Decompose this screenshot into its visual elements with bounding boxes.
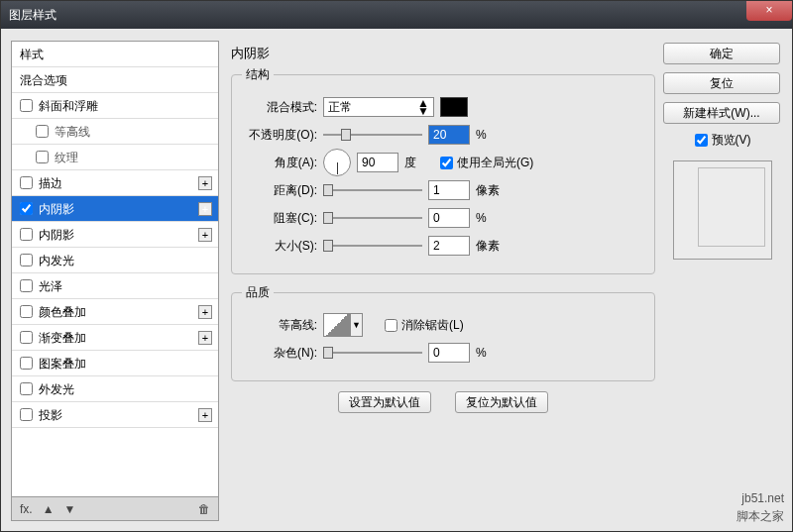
style-item[interactable]: 斜面和浮雕 <box>12 93 218 119</box>
style-item-label: 投影 <box>39 402 62 428</box>
opacity-input[interactable]: 20 <box>428 125 470 145</box>
close-button[interactable]: × <box>746 1 792 21</box>
style-item-checkbox[interactable] <box>20 305 33 318</box>
reset-default-button[interactable]: 复位为默认值 <box>455 391 548 413</box>
noise-slider[interactable] <box>323 347 422 359</box>
style-item-label: 外发光 <box>39 376 74 402</box>
contour-dropdown-icon[interactable]: ▼ <box>351 313 363 337</box>
window-title: 图层样式 <box>9 7 57 24</box>
style-item-label: 内发光 <box>39 248 74 273</box>
add-effect-icon[interactable]: + <box>198 228 212 242</box>
contour-picker[interactable] <box>323 313 351 337</box>
center-panel: 内阴影 结构 混合模式: 正常 ▲▼ 不透明度(O): 20 % <box>227 41 655 521</box>
noise-input[interactable]: 0 <box>428 343 470 363</box>
antialias-label: 消除锯齿(L) <box>401 317 464 334</box>
move-down-icon[interactable]: ▼ <box>64 502 76 516</box>
preview-input[interactable] <box>695 134 708 147</box>
move-up-icon[interactable]: ▲ <box>43 502 55 516</box>
titlebar[interactable]: 图层样式 × <box>1 1 792 29</box>
style-item-label: 等高线 <box>55 119 90 145</box>
opacity-slider[interactable] <box>323 129 422 141</box>
style-item[interactable]: 内阴影+ <box>12 196 218 222</box>
distance-unit: 像素 <box>476 182 506 199</box>
noise-label: 杂色(N): <box>242 345 317 362</box>
quality-legend: 品质 <box>242 284 274 301</box>
style-item-label: 纹理 <box>55 145 78 170</box>
style-item[interactable]: 渐变叠加+ <box>12 325 218 351</box>
style-item-checkbox[interactable] <box>36 125 49 138</box>
style-item-label: 光泽 <box>39 273 62 299</box>
distance-input[interactable]: 1 <box>428 180 470 200</box>
add-effect-icon[interactable]: + <box>198 305 212 319</box>
preview-checkbox[interactable]: 预览(V) <box>663 132 782 149</box>
style-item-checkbox[interactable] <box>20 254 33 266</box>
preview-label: 预览(V) <box>712 132 751 149</box>
add-effect-icon[interactable]: + <box>198 176 212 190</box>
style-item-checkbox[interactable] <box>20 408 33 421</box>
size-slider[interactable] <box>323 240 422 252</box>
blend-options-header[interactable]: 混合选项 <box>12 67 218 93</box>
preview-thumbnail <box>673 160 772 260</box>
style-item[interactable]: 纹理 <box>12 145 218 170</box>
choke-input[interactable]: 0 <box>428 208 470 228</box>
style-item-label: 内阴影 <box>39 222 74 248</box>
distance-slider[interactable] <box>323 184 422 196</box>
style-item-checkbox[interactable] <box>20 228 33 241</box>
distance-label: 距离(D): <box>242 182 317 199</box>
style-item[interactable]: 内发光 <box>12 248 218 273</box>
content-area: 样式 混合选项 斜面和浮雕等高线纹理描边+内阴影+内阴影+内发光光泽颜色叠加+渐… <box>1 29 792 531</box>
style-item-label: 斜面和浮雕 <box>39 93 98 119</box>
trash-icon[interactable]: 🗑 <box>198 502 210 516</box>
add-effect-icon[interactable]: + <box>198 408 212 422</box>
watermark: jb51.net 脚本之家 <box>736 489 784 525</box>
fx-icon[interactable]: fx. <box>20 502 33 516</box>
set-default-button[interactable]: 设置为默认值 <box>338 391 431 413</box>
style-item[interactable]: 图案叠加 <box>12 351 218 376</box>
watermark-line2: 脚本之家 <box>736 507 784 525</box>
style-item-label: 内阴影 <box>39 196 74 222</box>
style-item[interactable]: 颜色叠加+ <box>12 299 218 325</box>
right-panel: 确定 复位 新建样式(W)... 预览(V) <box>663 41 782 521</box>
style-item-checkbox[interactable] <box>20 202 33 215</box>
style-item-checkbox[interactable] <box>20 279 33 292</box>
style-item-checkbox[interactable] <box>20 382 33 395</box>
add-effect-icon[interactable]: + <box>198 331 212 345</box>
global-light-input[interactable] <box>440 157 453 169</box>
style-item-checkbox[interactable] <box>20 176 33 189</box>
styles-header[interactable]: 样式 <box>12 42 218 67</box>
style-item-checkbox[interactable] <box>36 151 49 163</box>
angle-dial[interactable] <box>323 149 351 176</box>
angle-unit: 度 <box>404 155 434 171</box>
size-unit: 像素 <box>476 238 506 255</box>
antialias-input[interactable] <box>385 319 397 332</box>
ok-button[interactable]: 确定 <box>663 43 780 64</box>
style-item-checkbox[interactable] <box>20 331 33 344</box>
blend-options-label: 混合选项 <box>20 67 67 93</box>
cancel-button[interactable]: 复位 <box>663 72 780 94</box>
add-effect-icon[interactable]: + <box>198 202 212 216</box>
style-item-checkbox[interactable] <box>20 99 33 112</box>
style-item[interactable]: 外发光 <box>12 376 218 402</box>
style-item[interactable]: 内阴影+ <box>12 222 218 248</box>
shadow-color-swatch[interactable] <box>440 97 468 117</box>
style-item[interactable]: 投影+ <box>12 402 218 428</box>
style-item[interactable]: 光泽 <box>12 273 218 299</box>
choke-slider[interactable] <box>323 212 422 224</box>
angle-input[interactable]: 90 <box>357 153 398 172</box>
antialias-checkbox[interactable]: 消除锯齿(L) <box>385 317 464 334</box>
blend-mode-dropdown[interactable]: 正常 ▲▼ <box>323 97 434 117</box>
dropdown-arrows-icon: ▲▼ <box>417 99 429 115</box>
size-input[interactable]: 2 <box>428 236 470 256</box>
global-light-checkbox[interactable]: 使用全局光(G) <box>440 155 533 171</box>
opacity-unit: % <box>476 128 506 142</box>
structure-legend: 结构 <box>242 66 274 83</box>
structure-group: 结构 混合模式: 正常 ▲▼ 不透明度(O): 20 % 角度(A) <box>231 66 655 274</box>
blend-mode-value: 正常 <box>328 99 352 116</box>
style-item[interactable]: 描边+ <box>12 170 218 196</box>
new-style-button[interactable]: 新建样式(W)... <box>663 102 780 124</box>
style-item-checkbox[interactable] <box>20 357 33 370</box>
styles-header-label: 样式 <box>20 42 44 67</box>
style-item-label: 图案叠加 <box>39 351 86 376</box>
left-panel: 样式 混合选项 斜面和浮雕等高线纹理描边+内阴影+内阴影+内发光光泽颜色叠加+渐… <box>11 41 219 521</box>
style-item[interactable]: 等高线 <box>12 119 218 145</box>
